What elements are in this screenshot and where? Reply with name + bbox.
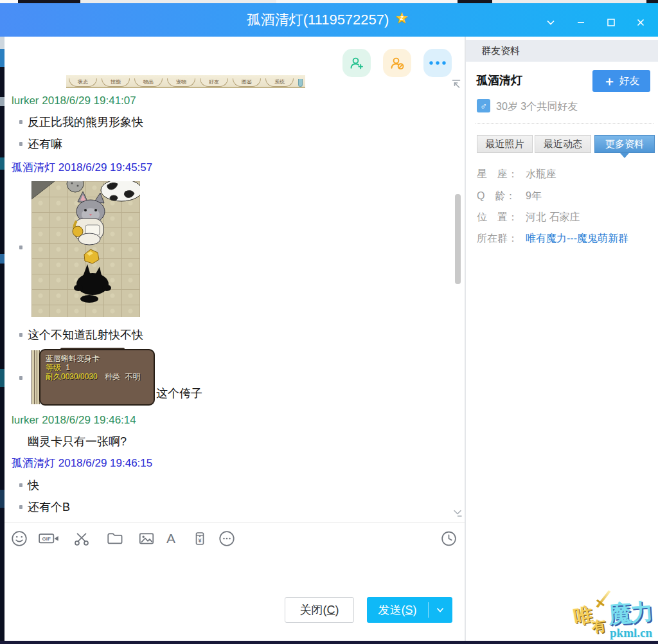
game-tab: 状态 (69, 78, 97, 87)
embedded-image-game-ui-strip[interactable]: 状态 技能 物品 宠物 好友 图鉴 系统 (66, 75, 305, 88)
message-bullet (19, 142, 22, 146)
gif-camera-icon: GIF (38, 530, 61, 548)
collapse-arrow-icon (450, 78, 462, 89)
font-style-button[interactable]: A (163, 530, 179, 548)
more-circle-icon (218, 530, 236, 548)
chat-message: 这个不知道乱射快不快 (19, 327, 143, 343)
chevron-down-icon (452, 508, 463, 518)
send-file-button[interactable] (105, 530, 125, 548)
message-history-button[interactable] (440, 530, 458, 548)
message-bullet (19, 483, 22, 487)
sidebar-header: 群友资料 (466, 40, 658, 62)
svg-text:A: A (166, 531, 175, 546)
active-tab-pointer (620, 153, 629, 158)
message-input-panel[interactable]: GIF A (4, 523, 465, 641)
svg-text:GIF: GIF (42, 536, 51, 542)
window-collapse-button[interactable] (544, 15, 558, 30)
chat-history-panel: 状态 技能 物品 宠物 好友 图鉴 系统 (4, 37, 465, 523)
red-packet-icon: ¥ (191, 530, 208, 548)
window-minimize-button[interactable] (574, 15, 588, 30)
window-close-button[interactable] (634, 15, 648, 30)
message-sender-timestamp: lurker 2018/6/29 19:46:14 (12, 414, 136, 427)
send-options-button[interactable] (429, 605, 452, 614)
game-tab: 物品 (134, 78, 163, 87)
game-tab: 好友 (200, 78, 228, 87)
game-tab: 图鉴 (233, 78, 261, 87)
watermark-domain: pkml.cn (610, 626, 652, 640)
dotted-divider (476, 123, 654, 124)
background-left-edge (0, 37, 4, 641)
member-name: 孤酒清灯 (476, 73, 522, 88)
background-bottom-edge (0, 641, 658, 644)
info-row-location: 位 置： 河北 石家庄 (477, 211, 580, 224)
item-level-line: 等级 1 (46, 363, 154, 372)
chevron-down-icon (436, 605, 445, 614)
clock-icon (440, 530, 458, 548)
game-minimap-fragment (298, 79, 303, 87)
chat-message: 还有个B (19, 499, 70, 515)
window-title: 孤酒清灯(1119572257) (247, 10, 389, 30)
info-row-group: 所在群： 唯有魔力---魔鬼萌新群 (477, 232, 628, 246)
game-screenshot-image[interactable] (31, 181, 140, 317)
message-bullet (19, 505, 22, 509)
chat-message: 快 (19, 478, 39, 493)
ellipsis-icon (428, 60, 447, 66)
info-row-q-age: Q 龄： 9年 (477, 190, 542, 203)
chat-scrollbar-thumb[interactable] (455, 194, 461, 284)
scissors-icon (72, 530, 91, 548)
add-friend-button-sidebar[interactable]: ＋ 好友 (592, 70, 650, 92)
red-packet-button[interactable]: ¥ (191, 530, 208, 548)
member-profile-sidebar: 群友资料 孤酒清灯 ＋ 好友 ♂ 30岁 3个共同好友 最近照片 最近动态 更多… (466, 37, 658, 641)
message-bullet (19, 333, 22, 337)
level-star-icon: ★ z (395, 12, 411, 28)
game-tab: 系统 (265, 78, 294, 87)
more-actions-button[interactable] (423, 49, 452, 77)
person-add-icon (349, 55, 364, 71)
add-friend-button[interactable] (342, 49, 371, 77)
window-maximize-button[interactable] (604, 15, 618, 30)
item-card-image[interactable]: 蓝唇蝌蚪变身卡 等级 1 耐久0030/0030 种类 不明 (31, 349, 155, 406)
plus-icon: ＋ (603, 75, 616, 87)
folder-icon (105, 530, 125, 548)
tab-more-info[interactable]: 更多资料 (594, 135, 655, 153)
member-meta: 30岁 3个共同好友 (496, 100, 578, 114)
chat-message: 幽灵卡只有一张啊? (28, 434, 127, 449)
sword-icon (596, 590, 611, 608)
game-tab: 宠物 (167, 78, 195, 87)
font-icon: A (163, 530, 179, 548)
message-bullet (19, 246, 22, 249)
send-button[interactable]: 发送(S) (367, 597, 452, 623)
send-button-label: 发送(S) (367, 602, 428, 618)
chat-message: 反正比我的熊男形象快 (19, 114, 143, 130)
emoji-button[interactable] (10, 530, 28, 548)
item-name: 蓝唇蝌蚪变身卡 (46, 354, 154, 363)
close-icon (635, 17, 646, 28)
image-icon (137, 530, 156, 548)
more-tools-button[interactable] (218, 530, 236, 548)
window-titlebar: 孤酒清灯(1119572257) ★ z (0, 3, 658, 37)
tab-recent-photos[interactable]: 最近照片 (477, 135, 533, 153)
chevron-down-icon (545, 17, 556, 28)
close-button[interactable]: 关闭(C) (285, 597, 354, 623)
screenshot-button[interactable] (72, 530, 91, 548)
send-image-button[interactable] (137, 530, 156, 548)
item-tooltip-panel: 蓝唇蝌蚪变身卡 等级 1 耐久0030/0030 种类 不明 (39, 349, 155, 406)
block-member-button[interactable] (383, 49, 411, 77)
game-tab: 技能 (102, 78, 130, 87)
male-icon: ♂ (477, 99, 490, 112)
person-block-icon (389, 55, 405, 71)
message-sender-timestamp: lurker 2018/6/29 19:41:07 (12, 94, 136, 107)
pkml-watermark-logo: 唯 有 魔力 pkml.cn (569, 586, 658, 641)
message-bullet (19, 376, 22, 380)
tab-recent-activity[interactable]: 最近动态 (535, 135, 591, 153)
minimize-icon (575, 17, 587, 28)
message-input-area[interactable] (4, 554, 465, 593)
smiley-icon (10, 530, 28, 548)
group-link[interactable]: 唯有魔力---魔鬼萌新群 (526, 232, 628, 246)
message-sender-timestamp: 孤酒清灯 2018/6/29 19:46:15 (12, 456, 152, 470)
scroll-to-bottom-button[interactable] (452, 508, 463, 518)
collapse-to-corner-button[interactable] (450, 78, 462, 89)
maximize-icon (605, 17, 617, 28)
svg-text:¥: ¥ (198, 537, 201, 544)
gif-hotpic-button[interactable]: GIF (38, 530, 61, 548)
